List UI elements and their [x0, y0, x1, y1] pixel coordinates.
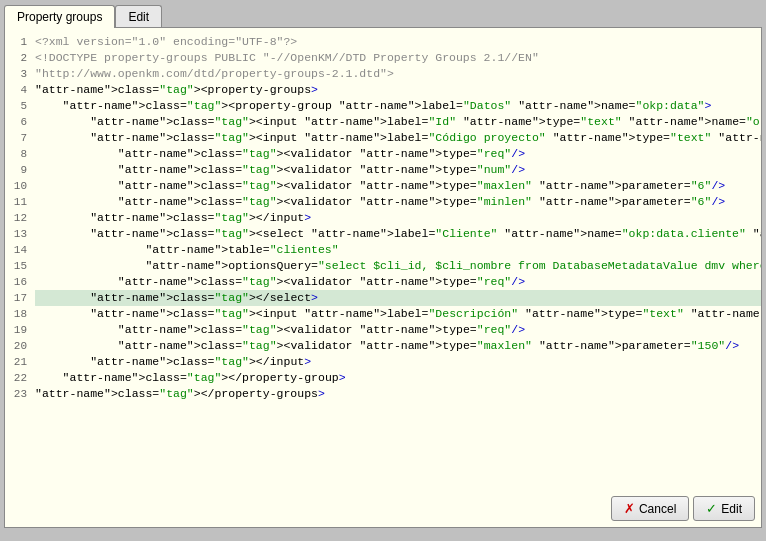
code-line-17: 17 "attr-name">class="tag"></select>	[5, 290, 761, 306]
line-content: "attr-name">class="tag"><validator "attr…	[35, 274, 761, 290]
cancel-button[interactable]: ✗ Cancel	[611, 496, 689, 521]
tab-edit[interactable]: Edit	[115, 5, 162, 28]
edit-label: Edit	[721, 502, 742, 516]
code-line-10: 10 "attr-name">class="tag"><validator "a…	[5, 178, 761, 194]
line-number: 9	[5, 162, 35, 178]
line-content: "attr-name">class="tag"></property-group…	[35, 386, 761, 402]
line-content: "attr-name">class="tag"><input "attr-nam…	[35, 130, 761, 146]
line-number: 6	[5, 114, 35, 130]
code-line-9: 9 "attr-name">class="tag"><validator "at…	[5, 162, 761, 178]
line-number: 22	[5, 370, 35, 386]
line-content: "attr-name">class="tag"><input "attr-nam…	[35, 306, 761, 322]
line-number: 10	[5, 178, 35, 194]
line-number: 7	[5, 130, 35, 146]
code-line-2: 2<!DOCTYPE property-groups PUBLIC "-//Op…	[5, 50, 761, 66]
line-content: "attr-name">class="tag"></input>	[35, 210, 761, 226]
line-content: <?xml version="1.0" encoding="UTF-8"?>	[35, 34, 761, 50]
line-content: "attr-name">class="tag"><validator "attr…	[35, 338, 761, 354]
line-number: 16	[5, 274, 35, 290]
line-content: "attr-name">class="tag"><property-groups…	[35, 82, 761, 98]
code-line-14: 14 "attr-name">table="clientes"	[5, 242, 761, 258]
code-line-8: 8 "attr-name">class="tag"><validator "at…	[5, 146, 761, 162]
tab-property-groups[interactable]: Property groups	[4, 5, 115, 28]
line-content: "attr-name">class="tag"><validator "attr…	[35, 322, 761, 338]
edit-icon: ✓	[706, 501, 717, 516]
code-line-15: 15 "attr-name">optionsQuery="select $cli…	[5, 258, 761, 274]
line-content: "attr-name">class="tag"><validator "attr…	[35, 178, 761, 194]
line-content: "attr-name">class="tag"></select>	[35, 290, 761, 306]
code-line-11: 11 "attr-name">class="tag"><validator "a…	[5, 194, 761, 210]
code-line-7: 7 "attr-name">class="tag"><input "attr-n…	[5, 130, 761, 146]
code-line-6: 6 "attr-name">class="tag"><input "attr-n…	[5, 114, 761, 130]
code-line-4: 4"attr-name">class="tag"><property-group…	[5, 82, 761, 98]
code-line-20: 20 "attr-name">class="tag"><validator "a…	[5, 338, 761, 354]
line-number: 14	[5, 242, 35, 258]
code-line-21: 21 "attr-name">class="tag"></input>	[5, 354, 761, 370]
edit-button[interactable]: ✓ Edit	[693, 496, 755, 521]
line-content: "attr-name">class="tag"><input "attr-nam…	[35, 114, 761, 130]
line-number: 23	[5, 386, 35, 402]
line-number: 20	[5, 338, 35, 354]
line-content: "http://www.openkm.com/dtd/property-grou…	[35, 66, 761, 82]
line-content: "attr-name">table="clientes"	[35, 242, 761, 258]
code-line-12: 12 "attr-name">class="tag"></input>	[5, 210, 761, 226]
code-line-13: 13 "attr-name">class="tag"><select "attr…	[5, 226, 761, 242]
line-number: 13	[5, 226, 35, 242]
code-line-19: 19 "attr-name">class="tag"><validator "a…	[5, 322, 761, 338]
code-line-1: 1<?xml version="1.0" encoding="UTF-8"?>	[5, 34, 761, 50]
line-content: "attr-name">class="tag"></property-group…	[35, 370, 761, 386]
code-line-18: 18 "attr-name">class="tag"><input "attr-…	[5, 306, 761, 322]
code-line-3: 3"http://www.openkm.com/dtd/property-gro…	[5, 66, 761, 82]
line-content: "attr-name">class="tag"><property-group …	[35, 98, 761, 114]
line-number: 8	[5, 146, 35, 162]
code-line-23: 23"attr-name">class="tag"></property-gro…	[5, 386, 761, 402]
code-editor[interactable]: 1<?xml version="1.0" encoding="UTF-8"?>2…	[5, 28, 761, 527]
main-panel: 1<?xml version="1.0" encoding="UTF-8"?>2…	[4, 27, 762, 528]
line-number: 21	[5, 354, 35, 370]
cancel-icon: ✗	[624, 501, 635, 516]
line-number: 17	[5, 290, 35, 306]
bottom-bar: ✗ Cancel ✓ Edit	[605, 490, 761, 527]
code-line-16: 16 "attr-name">class="tag"><validator "a…	[5, 274, 761, 290]
line-content: "attr-name">class="tag"><validator "attr…	[35, 162, 761, 178]
line-number: 12	[5, 210, 35, 226]
line-number: 18	[5, 306, 35, 322]
line-content: "attr-name">class="tag"><select "attr-na…	[35, 226, 761, 242]
cancel-label: Cancel	[639, 502, 676, 516]
line-number: 15	[5, 258, 35, 274]
line-number: 19	[5, 322, 35, 338]
line-number: 2	[5, 50, 35, 66]
line-number: 3	[5, 66, 35, 82]
code-line-22: 22 "attr-name">class="tag"></property-gr…	[5, 370, 761, 386]
line-number: 4	[5, 82, 35, 98]
line-number: 11	[5, 194, 35, 210]
line-number: 1	[5, 34, 35, 50]
line-content: "attr-name">class="tag"><validator "attr…	[35, 146, 761, 162]
line-content: <!DOCTYPE property-groups PUBLIC "-//Ope…	[35, 50, 761, 66]
tab-bar: Property groups Edit	[0, 0, 766, 27]
line-content: "attr-name">class="tag"></input>	[35, 354, 761, 370]
code-line-5: 5 "attr-name">class="tag"><property-grou…	[5, 98, 761, 114]
line-content: "attr-name">class="tag"><validator "attr…	[35, 194, 761, 210]
line-number: 5	[5, 98, 35, 114]
line-content: "attr-name">optionsQuery="select $cli_id…	[35, 258, 761, 274]
